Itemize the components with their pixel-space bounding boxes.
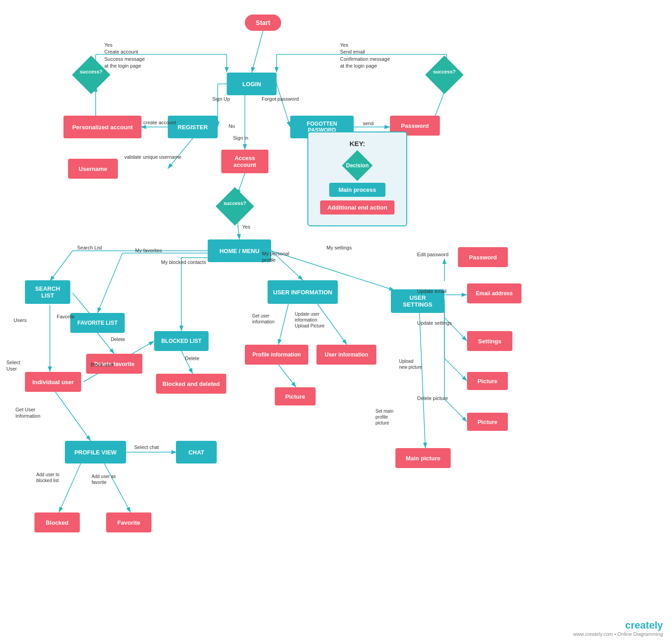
my-settings-label: My settings (326, 245, 352, 250)
personalized-account-node: Personalized account (63, 116, 141, 138)
profile-view-node: PROFILE VIEW (65, 441, 126, 463)
password-edit-node: Password (458, 247, 508, 267)
svg-line-12 (168, 138, 193, 169)
svg-line-2 (252, 31, 263, 73)
create-account-label: create account (143, 120, 176, 125)
send-label: send (363, 121, 374, 126)
key-main-process-item: Main process (317, 183, 397, 197)
picture1-node: Picture (275, 387, 316, 405)
validate-label: validate unique username (124, 154, 181, 160)
watermark: creately www.creately.com • Online Diagr… (573, 620, 663, 637)
signin-label: Sign in (233, 135, 248, 141)
home-menu-node: HOME / MENU (208, 239, 271, 262)
search-list-node: SEARCHLIST (25, 280, 70, 304)
get-user-info-label: Get UserInformation (15, 406, 40, 420)
add-favorite-label: Add user asfavorite (92, 473, 116, 485)
key-main-process-box: Main process (329, 183, 385, 197)
success2-diamond: success? (429, 59, 460, 91)
blocked-list-node: BLOCKED LIST (154, 331, 209, 351)
yes1-label: YesCreate accountSuccess messageat the l… (104, 42, 145, 70)
watermark-brand: creately (573, 620, 663, 631)
svg-line-30 (97, 333, 114, 354)
no-label: No (229, 123, 235, 129)
upload-pic-label: Uploadnew picture (399, 358, 422, 370)
select-chat-label: Select chat (134, 444, 159, 450)
login-node: LOGIN (227, 73, 277, 95)
chat-node: CHAT (176, 441, 217, 463)
update-settings-label: Update settings (417, 320, 452, 326)
picture3-node: Picture (467, 413, 508, 431)
delete-pic-label: Delete picture (417, 395, 448, 401)
svg-line-42 (444, 358, 467, 381)
register-node: REGISTER (168, 116, 218, 138)
profile-information-node: Profile information (245, 345, 308, 365)
username-node: Username (68, 159, 118, 179)
get-user-info2-label: Get userinformation (252, 313, 274, 325)
select-user-label: SelectUser (6, 359, 20, 372)
edit-password-label: Edit password (417, 252, 448, 257)
user-information-node: User information (317, 345, 376, 365)
favorite-list-node: FAVORITE LIST (70, 313, 125, 333)
diagram-container: Start LOGIN REGISTER FOGOTTENPASWORD Pas… (0, 0, 672, 644)
key-decision-label: Decision (346, 162, 369, 169)
main-picture-node: Main picture (395, 448, 451, 468)
key-additional-box: Additional end action (320, 200, 394, 215)
update-email-label: Update email (417, 288, 447, 294)
email-address-node: Email address (467, 283, 521, 303)
svg-line-45 (419, 313, 425, 448)
users-label: Users (14, 317, 27, 323)
key-decision-item: Decision (317, 152, 397, 179)
individual-user-node: Individual user (25, 372, 81, 392)
signup-label: Sign Up (212, 96, 230, 102)
key-box: KEY: Decision Main process Additional en… (307, 132, 407, 226)
svg-line-21 (50, 251, 73, 281)
svg-line-48 (104, 463, 131, 512)
svg-line-36 (278, 365, 296, 387)
start-node: Start (245, 15, 281, 31)
svg-line-47 (59, 463, 81, 512)
favorite-node: Favorite (106, 512, 151, 532)
forgot-label: Forgot password (262, 96, 299, 102)
svg-line-5 (277, 84, 290, 127)
my-favorites-label: My favorites (135, 248, 162, 253)
delete-blocked-label: Delete (185, 356, 200, 361)
block-user-label: Block user (91, 362, 114, 367)
key-additional-item: Additional end action (317, 200, 397, 215)
set-main-label: Set mainprofilepicture (375, 408, 393, 426)
blocked-node: Blocked (34, 512, 80, 532)
svg-line-33 (55, 392, 91, 441)
svg-line-27 (97, 253, 122, 313)
favorite-link-label: Favorite (57, 314, 75, 319)
yes3-label: Yes (242, 224, 250, 229)
svg-line-31 (181, 351, 193, 374)
user-information-box-node: USER INFORMATION (268, 280, 338, 304)
access-account-node: Accessaccount (221, 150, 268, 173)
svg-line-44 (444, 399, 467, 422)
blocked-deleted-node: Blocked and deleted (156, 374, 226, 394)
my-blocked-label: My blocked contacts (161, 259, 206, 265)
success3-diamond: success? (219, 190, 251, 222)
watermark-sub: www.creately.com • Online Diagramming (573, 631, 663, 637)
add-blocked-label: Add user toblocked list (36, 472, 59, 483)
my-personal-label: My personalprofile (262, 250, 289, 263)
yes2-label: YesSend emailConfirmation messageat the … (340, 42, 390, 70)
key-title: KEY: (317, 140, 397, 147)
picture2-node: Picture (467, 372, 508, 390)
search-list-label: Search List (77, 245, 102, 250)
update-user-info-label: Update userinformationUpload Picture (295, 311, 325, 329)
svg-line-34 (278, 304, 288, 345)
success1-diamond: success? (75, 59, 107, 91)
settings-node: Settings (467, 331, 512, 351)
delete-fav-label: Delete (111, 337, 125, 342)
